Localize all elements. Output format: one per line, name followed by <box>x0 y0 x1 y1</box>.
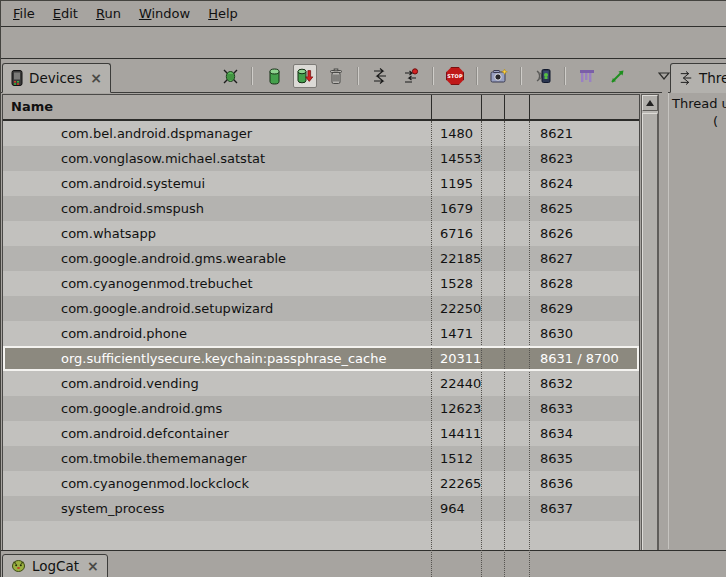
tab-devices-label: Devices <box>29 70 82 86</box>
device-row[interactable]: com.bel.android.dspmanager14808621 <box>3 121 639 146</box>
cell-pid: 14553 <box>440 146 481 171</box>
screen-record-icon[interactable] <box>531 64 555 88</box>
column-header-name[interactable]: Name <box>3 95 639 121</box>
stop-process-icon[interactable]: STOP <box>443 64 467 88</box>
device-row[interactable]: com.whatsapp67168626 <box>3 221 639 246</box>
device-row[interactable]: com.tmobile.thememanager15128635 <box>3 446 639 471</box>
phone-icon <box>11 70 23 86</box>
threads-body: Thread up ( <box>668 93 726 549</box>
dump-hprof-icon[interactable] <box>293 64 317 88</box>
device-row[interactable]: com.android.phone14718630 <box>3 321 639 346</box>
start-method-profiling-icon[interactable] <box>399 64 423 88</box>
column-divider[interactable] <box>529 95 530 121</box>
device-row[interactable]: system_process9648637 <box>3 496 639 521</box>
cell-port: 8635 <box>540 446 573 471</box>
cell-name: com.vonglasow.michael.satstat <box>61 146 265 171</box>
cell-name: com.android.systemui <box>61 171 205 196</box>
logcat-strip: LogCat × <box>0 550 726 577</box>
cell-port: 8628 <box>540 271 573 296</box>
menu-bar: FileEditRunWindowHelp <box>0 0 726 27</box>
cell-pid: 14411 <box>440 421 481 446</box>
screen-capture-icon[interactable] <box>487 64 511 88</box>
cell-pid: 20311 <box>440 346 481 371</box>
cell-pid: 1512 <box>440 446 473 471</box>
device-row[interactable]: com.google.android.gms126238633 <box>3 396 639 421</box>
cell-pid: 964 <box>440 496 465 521</box>
device-row[interactable]: com.google.android.setupwizard222508629 <box>3 296 639 321</box>
capture-system-trace-icon[interactable] <box>575 64 599 88</box>
device-row[interactable]: com.android.defcontainer144118634 <box>3 421 639 446</box>
cell-port: 8629 <box>540 296 573 321</box>
cell-name: com.android.phone <box>61 321 187 346</box>
update-heap-icon[interactable] <box>262 64 286 88</box>
main-area: Devices × <box>0 58 726 550</box>
cell-port: 8624 <box>540 171 573 196</box>
threads-tabstrip: Threads <box>668 59 726 93</box>
menu-file[interactable]: File <box>4 4 44 23</box>
cell-name: com.whatsapp <box>61 221 156 246</box>
cell-name: com.tmobile.thememanager <box>61 446 247 471</box>
cell-port: 8637 <box>540 496 573 521</box>
device-row[interactable]: org.sufficientlysecure.keychain:passphra… <box>3 346 639 371</box>
update-threads-icon[interactable] <box>368 64 392 88</box>
tab-devices[interactable]: Devices × <box>2 63 111 93</box>
cell-port: 8626 <box>540 221 573 246</box>
device-row[interactable]: com.android.vending224408632 <box>3 371 639 396</box>
device-row[interactable]: com.android.smspush16798625 <box>3 196 639 221</box>
toolbar-separator <box>520 67 522 85</box>
vertical-scrollbar[interactable] <box>641 94 659 577</box>
cell-name: com.google.android.setupwizard <box>61 296 273 321</box>
cell-pid: 1528 <box>440 271 473 296</box>
vertical-scroll-thumb[interactable] <box>642 113 658 551</box>
device-row[interactable]: com.cyanogenmod.lockclock222658636 <box>3 471 639 496</box>
tab-threads[interactable]: Threads <box>670 63 726 93</box>
tab-logcat-label: LogCat <box>32 558 79 574</box>
menu-window[interactable]: Window <box>130 4 199 23</box>
close-icon[interactable]: × <box>90 71 102 85</box>
cell-port: 8636 <box>540 471 573 496</box>
cell-pid: 1480 <box>440 121 473 146</box>
device-row[interactable]: com.cyanogenmod.trebuchet15288628 <box>3 271 639 296</box>
toolbar-separator <box>251 67 253 85</box>
device-row[interactable]: com.google.android.gms.wearable221858627 <box>3 246 639 271</box>
toolbar-separator <box>357 67 359 85</box>
device-table-rows: com.bel.android.dspmanager14808621com.vo… <box>3 121 639 577</box>
tab-logcat[interactable]: LogCat × <box>2 554 108 577</box>
column-divider[interactable] <box>481 95 482 121</box>
menu-help[interactable]: Help <box>199 4 247 23</box>
devices-view: Devices × <box>0 59 662 551</box>
cell-pid: 12623 <box>440 396 481 421</box>
cell-pid: 22265 <box>440 471 481 496</box>
cell-name: com.android.defcontainer <box>61 421 229 446</box>
cell-pid: 1679 <box>440 196 473 221</box>
threads-icon <box>679 71 693 85</box>
cell-port: 8621 <box>540 121 573 146</box>
menu-edit[interactable]: Edit <box>44 4 87 23</box>
device-table: Name com.bel.android.dspmanager14808621c… <box>2 94 640 577</box>
cell-pid: 6716 <box>440 221 473 246</box>
logcat-icon <box>11 559 26 573</box>
cell-pid: 22250 <box>440 296 481 321</box>
debug-process-icon[interactable] <box>218 64 242 88</box>
device-row[interactable]: com.android.systemui11958624 <box>3 171 639 196</box>
column-divider[interactable] <box>504 95 505 121</box>
cell-name: system_process <box>61 496 164 521</box>
cell-port: 8623 <box>540 146 573 171</box>
toolbar-separator <box>432 67 434 85</box>
start-opengl-trace-icon[interactable] <box>606 64 630 88</box>
scroll-up-button[interactable] <box>642 95 658 111</box>
toolbar-separator <box>564 67 566 85</box>
column-divider[interactable] <box>431 95 432 121</box>
cell-name: org.sufficientlysecure.keychain:passphra… <box>61 346 386 371</box>
cause-gc-icon[interactable] <box>324 64 348 88</box>
menu-run[interactable]: Run <box>87 4 130 23</box>
cell-port: 8627 <box>540 246 573 271</box>
close-icon[interactable]: × <box>87 559 99 573</box>
devices-tabstrip: Devices × <box>0 59 662 93</box>
device-row[interactable]: com.vonglasow.michael.satstat145538623 <box>3 146 639 171</box>
cell-port: 8625 <box>540 196 573 221</box>
cell-port: 8630 <box>540 321 573 346</box>
threads-message: Thread up <box>672 96 726 111</box>
cell-port: 8632 <box>540 371 573 396</box>
threads-message: ( <box>713 114 718 129</box>
